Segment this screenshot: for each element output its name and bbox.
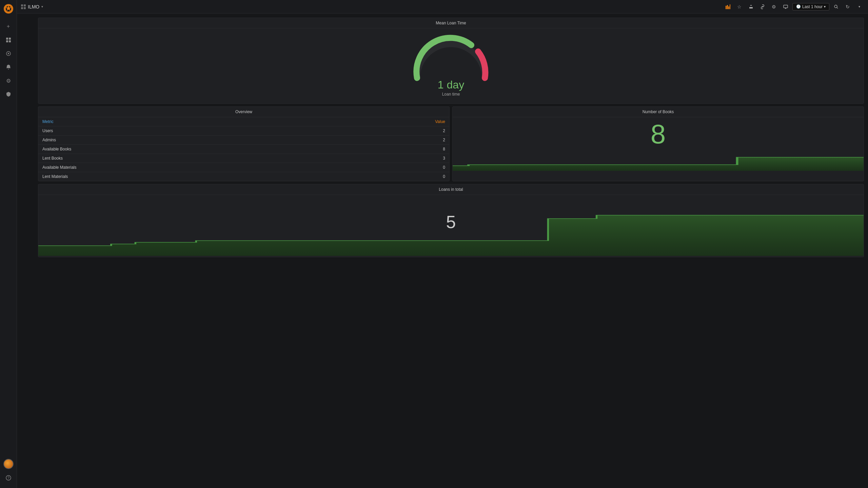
sidebar-settings-icon[interactable]: ⚙ (2, 75, 15, 87)
loans-panel-title: Loans in total (38, 184, 864, 195)
topbar: ILMO ▾ ☆ ⚙ (17, 0, 868, 14)
col-metric: Metric (38, 117, 325, 126)
table-row: Available Books8 (38, 145, 449, 154)
sidebar-plus-icon[interactable]: + (2, 20, 15, 33)
svg-rect-3 (9, 38, 11, 40)
books-stat: 8 (453, 117, 864, 150)
topbar-barchart-icon[interactable] (723, 2, 733, 12)
sidebar-explore-icon[interactable] (2, 47, 15, 60)
gauge-label: Loan time (442, 92, 460, 97)
sidebar-bell-icon[interactable] (2, 61, 15, 73)
sidebar-dashboard-icon[interactable] (2, 34, 15, 46)
time-range-chevron: ▾ (824, 5, 826, 8)
topbar-settings-icon[interactable]: ⚙ (769, 2, 779, 12)
books-panel-title: Number of Books (453, 107, 864, 117)
metric-cell: Available Books (38, 145, 325, 154)
topbar-icons: ☆ ⚙ 🕐 Last 1 hour ▾ (723, 2, 864, 12)
topbar-refresh-chevron[interactable]: ▾ (854, 2, 864, 12)
topbar-refresh-icon[interactable]: ↻ (843, 2, 852, 12)
svg-rect-17 (730, 4, 730, 9)
topbar-star-icon[interactable]: ☆ (735, 2, 744, 12)
svg-rect-18 (784, 5, 788, 8)
metric-cell: Admins (38, 136, 325, 145)
overview-title: Overview (38, 107, 449, 117)
metric-cell: Lent Materials (38, 172, 325, 181)
books-panel: Number of Books 8 (452, 106, 864, 181)
value-cell: 0 (325, 172, 449, 181)
gauge-value: 1 day (438, 79, 464, 91)
app-title-button[interactable]: ILMO ▾ (21, 4, 43, 9)
svg-rect-11 (24, 4, 26, 6)
table-row: Admins2 (38, 136, 449, 145)
topbar-link-icon[interactable] (758, 2, 767, 12)
sidebar: + ⚙ ? (0, 0, 17, 488)
svg-rect-15 (727, 5, 728, 9)
metric-cell: Available Materials (38, 163, 325, 172)
app-logo[interactable] (3, 3, 14, 14)
sidebar-shield-icon[interactable] (2, 88, 15, 100)
svg-rect-10 (21, 4, 23, 6)
loans-value: 5 (446, 212, 456, 232)
value-cell: 8 (325, 145, 449, 154)
table-row: Lent Books3 (38, 154, 449, 163)
loans-panel: Loans in total 5 (38, 184, 864, 257)
svg-rect-16 (728, 6, 729, 9)
overview-panel: Overview Metric Value Users2Admins2Avail… (38, 106, 450, 181)
topbar-search-icon[interactable] (831, 2, 841, 12)
svg-rect-5 (9, 40, 11, 42)
middle-row: Overview Metric Value Users2Admins2Avail… (38, 106, 864, 181)
sidebar-help-icon[interactable]: ? (2, 472, 15, 484)
value-cell: 2 (325, 126, 449, 136)
svg-rect-13 (24, 7, 26, 9)
time-range-selector[interactable]: 🕐 Last 1 hour ▾ (792, 3, 829, 11)
topbar-share-icon[interactable] (746, 2, 756, 12)
svg-rect-2 (6, 38, 8, 40)
metric-cell: Lent Books (38, 154, 325, 163)
gauge-container: 1 day Loan time (38, 28, 864, 103)
table-row: Lent Materials0 (38, 172, 449, 181)
svg-point-19 (834, 5, 837, 8)
overview-table: Metric Value Users2Admins2Available Book… (38, 117, 449, 181)
books-value: 8 (651, 121, 666, 148)
value-cell: 0 (325, 163, 449, 172)
svg-point-7 (8, 53, 9, 54)
topbar-monitor-icon[interactable] (781, 2, 790, 12)
time-range-label: Last 1 hour (802, 4, 823, 9)
metric-cell: Users (38, 126, 325, 136)
value-cell: 3 (325, 154, 449, 163)
svg-rect-14 (726, 6, 727, 9)
svg-rect-12 (21, 7, 23, 9)
gauge-panel: Mean Loan Time 1 day Loan time (38, 18, 864, 104)
svg-text:?: ? (7, 476, 9, 480)
value-cell: 2 (325, 136, 449, 145)
table-row: Available Materials0 (38, 163, 449, 172)
svg-rect-4 (6, 40, 8, 42)
books-mini-chart (453, 150, 864, 171)
gauge-svg (410, 34, 492, 81)
col-value: Value (325, 117, 449, 126)
user-avatar[interactable] (3, 459, 14, 469)
app-title-text: ILMO (28, 4, 39, 9)
main-content: Mean Loan Time 1 day Loan time Overview (34, 14, 868, 488)
app-title-chevron: ▾ (41, 5, 43, 8)
gauge-panel-title: Mean Loan Time (38, 18, 864, 28)
loans-chart-container: 5 (38, 195, 864, 257)
table-row: Users2 (38, 126, 449, 136)
clock-icon: 🕐 (796, 4, 801, 9)
svg-marker-20 (453, 157, 864, 171)
